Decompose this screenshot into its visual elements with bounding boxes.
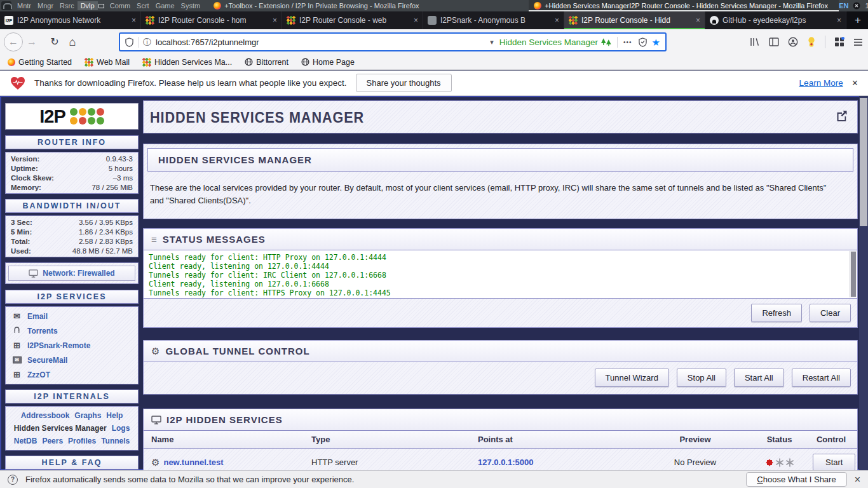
hidden-services-header: I2P HIDDEN SERVICES <box>144 409 857 431</box>
info-value: 2.58 / 2.83 KBps <box>79 238 133 245</box>
network-status-box[interactable]: Network: Firewalled <box>5 262 139 284</box>
tab-router-console-web[interactable]: I2P Router Console - web × <box>282 11 423 29</box>
sidebar-item-i2psnark-remote[interactable]: ⊞ I2PSnark-Remote <box>6 338 138 353</box>
clear-button[interactable]: Clear <box>810 304 851 322</box>
taskbar-menu-comm[interactable]: Comm <box>107 1 133 10</box>
stop-all-button[interactable]: Stop All <box>677 369 726 387</box>
info-icon[interactable]: ⓘ <box>143 38 151 46</box>
close-icon[interactable]: × <box>852 78 858 88</box>
page-viewport: I2P ROUTER INFO Version:0.9.43-3 Uptime:… <box>0 96 868 470</box>
library-icon[interactable] <box>750 37 760 46</box>
taskbar-window-toolbox[interactable]: +Toolbox - Extension / I2P In Private Br… <box>208 0 519 11</box>
share-your-thoughts-button[interactable]: Share your thoughts <box>356 74 452 92</box>
tab-hidden-services-manager-active[interactable]: I2P Router Console - Hidd × <box>564 11 705 29</box>
start-all-button[interactable]: Start All <box>734 369 784 387</box>
close-icon[interactable]: × <box>555 17 559 24</box>
close-icon[interactable]: × <box>132 17 136 24</box>
forward-button[interactable]: → <box>23 33 41 51</box>
log-scrollbar-thumb[interactable] <box>851 252 856 297</box>
sidebar-link-hidden-services-manager[interactable]: Hidden Services Manager <box>14 424 107 433</box>
sidebar-link-tunnels[interactable]: Tunnels <box>101 437 130 445</box>
choose-what-i-share-button[interactable]: Choose What I Share <box>746 472 846 487</box>
shield-icon[interactable] <box>125 37 133 47</box>
i2p-internals-links: AddressbookGraphsHelp Hidden Services Ma… <box>5 406 139 451</box>
sidebar-link-netdb[interactable]: NetDB <box>14 437 37 445</box>
sidebar-item-email[interactable]: ✉ Email <box>6 309 138 323</box>
tunnel-wizard-button[interactable]: Tunnel Wizard <box>595 369 669 387</box>
taskbar-menu-mngr[interactable]: Mngr <box>34 1 57 10</box>
shield-check-icon[interactable] <box>639 37 647 47</box>
taskbar-menu-mntr[interactable]: Mntr <box>14 1 34 10</box>
sidebar-link-help[interactable]: Help <box>106 411 123 420</box>
page-actions-icon[interactable]: ••• <box>623 39 632 46</box>
bookmark-bittorrent[interactable]: Bittorrent <box>245 58 288 67</box>
i2p-toolbox-grid-icon[interactable] <box>834 37 844 47</box>
info-label: Uptime: <box>11 165 38 172</box>
taskbar-menu-game[interactable]: Game <box>153 1 178 10</box>
network-disconnected-icon[interactable] <box>853 2 860 10</box>
network-status-text: Network: Firewalled <box>43 269 114 278</box>
tunnel-target-link[interactable]: 127.0.0.1:5000 <box>478 458 533 467</box>
start-tunnel-button[interactable]: Start <box>813 454 855 470</box>
tab-router-console-home[interactable]: I2P Router Console - hom × <box>141 11 282 29</box>
status-log[interactable]: Tunnels ready for client: HTTP Proxy on … <box>144 250 857 299</box>
tunnel-status <box>746 458 813 467</box>
account-icon[interactable] <box>788 37 798 47</box>
close-icon[interactable]: × <box>273 17 277 24</box>
globe-icon <box>245 58 253 66</box>
restart-all-button[interactable]: Restart All <box>792 369 851 387</box>
hamburger-menu-icon[interactable] <box>853 38 863 46</box>
back-button[interactable]: ← <box>4 32 23 51</box>
keyboard-layout-indicator[interactable]: EN <box>839 2 848 10</box>
info-label: Version: <box>11 155 39 163</box>
page-header: HIDDEN SERVICES MANAGER <box>143 100 858 133</box>
sidebar-link-addressbook[interactable]: Addressbook <box>21 411 70 420</box>
taskbar-menu-systm[interactable]: Systm <box>178 1 204 10</box>
app-menu-icon[interactable] <box>1 1 11 10</box>
close-icon[interactable]: × <box>414 17 418 24</box>
sidebar-item-securemail[interactable]: ✉ SecureMail <box>6 353 138 367</box>
info-row: 3 Sec:3.56 / 3.95 KBps <box>6 217 138 227</box>
i2p-logo[interactable]: I2P <box>5 103 139 130</box>
service-label: I2PSnark-Remote <box>27 341 90 350</box>
bookmark-web-mail[interactable]: Web Mail <box>85 58 130 67</box>
sidebar-link-logs[interactable]: Logs <box>112 424 130 433</box>
sidebar-link-profiles[interactable]: Profiles <box>68 437 96 445</box>
log-scrollbar[interactable] <box>850 251 857 297</box>
sidebar-link-graphs[interactable]: Graphs <box>74 411 101 420</box>
learn-more-link[interactable]: Learn More <box>799 78 843 88</box>
page-scrollbar[interactable] <box>859 96 868 470</box>
firefox-data-notification: ? Firefox automatically sends some data … <box>0 470 868 488</box>
external-link-icon[interactable] <box>836 109 848 122</box>
tab-i2psnark[interactable]: I2PSnark - Anonymous B × <box>423 11 564 29</box>
url-bar[interactable]: ⓘ localhost:7657/i2ptunnelmgr ▾ Hidden S… <box>119 32 667 51</box>
sidebar-item-zzzot[interactable]: ⊞ ZzzOT <box>6 367 138 382</box>
reload-button[interactable]: ↻ <box>46 33 64 51</box>
sidebar-toggle-icon[interactable] <box>769 37 779 46</box>
taskbar-window-hidden-services[interactable]: +Hidden Services ManagerI2P Router Conso… <box>529 0 839 11</box>
tab-github[interactable]: GitHub - eyedeekay/i2ps × <box>705 11 846 29</box>
extension-character-icon[interactable] <box>807 37 816 47</box>
tab-i2p-anonymous-network[interactable]: I2P I2P Anonymous Network × <box>0 11 141 29</box>
home-button[interactable]: ⌂ <box>64 33 81 51</box>
chevron-down-icon[interactable]: ▾ <box>490 39 494 46</box>
i2p-dots-favicon <box>85 58 93 67</box>
taskbar-menu-dvlp[interactable]: Dvlp <box>78 1 98 10</box>
close-icon[interactable]: × <box>855 475 860 485</box>
taskbar-menu-rsrc[interactable]: Rsrc <box>57 1 78 10</box>
temperature-indicator: 13C <box>865 2 868 10</box>
page-scrollbar-thumb[interactable] <box>860 98 867 226</box>
bookmark-hidden-services-manager[interactable]: Hidden Services Ma... <box>142 58 232 67</box>
refresh-button[interactable]: Refresh <box>751 304 802 322</box>
sidebar-link-peers[interactable]: Peers <box>42 437 63 445</box>
tunnel-name-link[interactable]: new.tunnel.test <box>163 458 223 467</box>
bookmark-home-page[interactable]: Home Page <box>301 58 355 67</box>
bookmark-getting-started[interactable]: Getting Started <box>8 58 72 67</box>
sidebar-item-torrents[interactable]: Torrents <box>6 323 138 338</box>
bookmark-star-icon[interactable]: ★ <box>652 37 660 47</box>
info-value: 48.8 MB / 52.7 MB <box>72 247 133 255</box>
url-text[interactable]: localhost:7657/i2ptunnelmgr <box>156 37 259 47</box>
hidden-services-panel: I2P HIDDEN SERVICES Name Type Points at … <box>143 409 858 470</box>
taskbar-menu-scrt[interactable]: Scrt <box>133 1 153 10</box>
close-icon[interactable]: × <box>696 17 700 24</box>
